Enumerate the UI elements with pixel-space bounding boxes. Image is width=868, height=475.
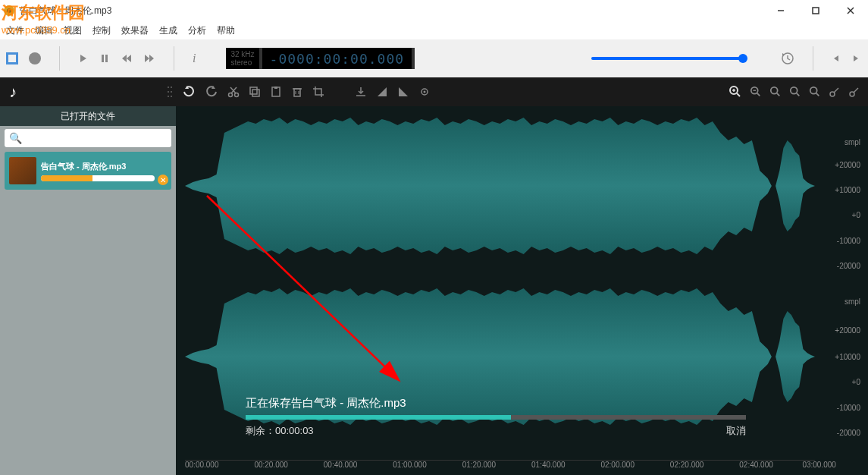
tool2-icon[interactable] [848,86,860,98]
zoom-sel-icon[interactable] [789,86,801,98]
tool-icon[interactable] [829,86,841,98]
svg-rect-23 [294,89,300,96]
forward-button[interactable] [143,53,155,64]
file-close-button[interactable]: ✕ [158,175,168,185]
svg-point-9 [168,87,169,88]
timeline-tick: 03:00.000 [802,461,836,469]
scale-m10000-2: -10000 [837,404,860,412]
cut-icon[interactable] [227,86,240,98]
save-progress-overlay: 正在保存告白气球 - 周杰伦.mp3 剩余：00:00:03 取消 [246,396,746,438]
sidebar-file-item[interactable]: 告白气球 - 周杰伦.mp3 ✕ [5,152,171,190]
svg-point-14 [171,96,172,97]
svg-line-39 [777,93,780,96]
zoom-fit-icon[interactable] [769,86,782,98]
info-khz: 32 kHz [230,50,254,58]
stop-button[interactable] [6,52,18,64]
grip-icon[interactable] [167,85,173,99]
pause-button[interactable] [99,53,110,64]
record-button[interactable] [29,52,41,64]
scale-smpl: smpl [844,138,860,146]
menu-effects[interactable]: 效果器 [121,24,149,37]
settings-icon[interactable] [418,86,431,98]
search-icon: 🔍 [9,132,22,144]
menu-edit[interactable]: 编辑 [35,24,53,37]
zoom-all-icon[interactable] [809,86,821,98]
dark-toolbar: ♪ [0,77,868,106]
timeline-tick: 01:20.000 [462,461,497,469]
info-stereo: stereo [230,58,254,67]
play-button[interactable] [78,53,89,64]
timeline-tick: 01:00.000 [393,461,427,469]
svg-rect-3 [813,8,819,14]
svg-rect-22 [274,87,277,89]
zoom-out-icon[interactable] [750,86,762,98]
minimize-button[interactable] [763,0,798,21]
delete-icon[interactable] [291,86,303,98]
save-remaining-text: 剩余：00:00:03 [246,424,314,438]
scale-zero: +0 [852,211,860,219]
audio-info-box: 32 kHz stereo [226,48,259,69]
fade-out-icon[interactable] [397,86,409,98]
timeline-tick: 02:00.000 [600,461,635,469]
svg-point-1 [7,8,11,13]
scale-smpl2: smpl [844,297,860,306]
timeline-tick: 00:40.000 [324,461,358,469]
menu-control[interactable]: 控制 [92,24,111,37]
menu-help[interactable]: 帮助 [217,24,235,37]
titlebar: 告白气球 - 周杰伦.mp3 [0,0,868,21]
timeline[interactable]: 00:00.000 00:20.000 00:40.000 01:00.000 … [185,460,815,475]
copy-icon[interactable] [249,86,261,98]
scale-zero-2: +0 [852,378,860,386]
redo-icon[interactable] [205,85,218,99]
rewind-button[interactable] [121,53,133,64]
next-icon[interactable] [851,54,860,63]
menu-generate[interactable]: 生成 [159,24,177,37]
sidebar-search[interactable]: 🔍 [5,129,171,147]
svg-point-30 [424,91,426,93]
save-cancel-button[interactable]: 取消 [726,424,746,438]
window-title: 告白气球 - 周杰伦.mp3 [20,5,111,17]
crop-icon[interactable] [312,86,324,98]
paste-icon[interactable] [270,86,282,98]
annotation-arrow [201,190,413,402]
save-progress-bar [246,415,746,420]
svg-point-38 [771,87,778,94]
toolbar-separator [813,46,813,71]
zoom-in-icon[interactable] [729,85,742,99]
timeline-tick: 00:00.000 [185,461,219,469]
fade-in-icon[interactable] [376,86,388,98]
toolbar-separator [174,46,174,71]
scale-m20000: -20000 [837,262,860,270]
svg-line-48 [207,196,398,379]
info-button[interactable]: i [193,52,196,65]
app-icon [3,5,15,17]
scale-p10000: +10000 [835,186,860,194]
timeline-tick: 01:40.000 [531,461,566,469]
svg-rect-6 [102,55,104,62]
import-icon[interactable] [355,86,367,98]
file-progress [41,175,155,181]
svg-point-42 [810,87,817,94]
maximize-button[interactable] [798,0,833,21]
prev-icon[interactable] [832,54,841,63]
close-button[interactable] [833,0,868,21]
undo-icon[interactable] [182,85,196,99]
timeline-tick: 00:20.000 [254,461,288,469]
note-icon[interactable]: ♪ [9,83,17,101]
menu-file[interactable]: 文件 [6,24,24,37]
scale-p20000-2: +20000 [835,326,860,335]
svg-rect-19 [250,87,257,94]
svg-line-32 [737,93,740,96]
svg-line-36 [757,93,760,96]
svg-line-47 [854,88,858,93]
svg-line-41 [797,93,800,96]
scale-m10000: -10000 [837,237,860,245]
volume-slider[interactable] [591,57,743,60]
timeline-tick: 02:40.000 [739,461,773,469]
svg-point-12 [171,91,172,93]
svg-line-43 [816,93,819,96]
menu-analyze[interactable]: 分析 [188,24,206,37]
menu-view[interactable]: 视图 [64,24,82,37]
menubar: 文件 编辑 视图 控制 效果器 生成 分析 帮助 [0,21,868,39]
history-icon[interactable] [781,52,794,65]
